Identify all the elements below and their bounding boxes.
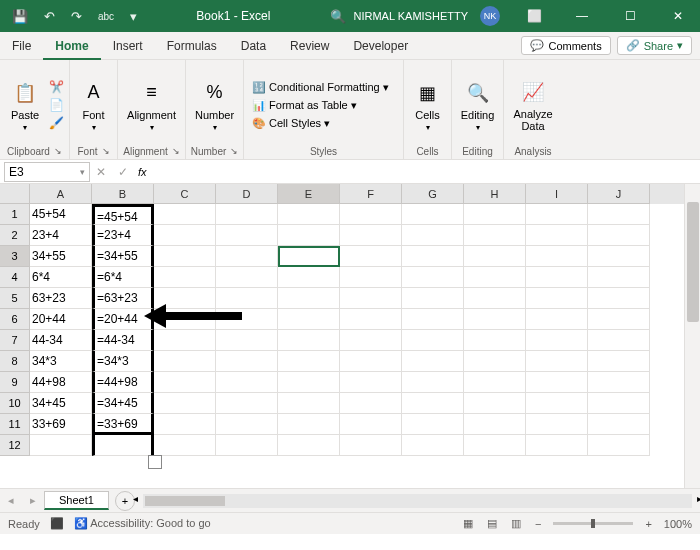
- cell[interactable]: [340, 414, 402, 435]
- cell-styles-button[interactable]: 🎨 Cell Styles ▾: [252, 117, 330, 130]
- cell[interactable]: 34+45: [30, 393, 92, 414]
- cell[interactable]: [216, 351, 278, 372]
- row-header[interactable]: 12: [0, 435, 30, 456]
- cell[interactable]: [526, 330, 588, 351]
- cell[interactable]: 33+69: [30, 414, 92, 435]
- cell[interactable]: [30, 435, 92, 456]
- cell[interactable]: [464, 288, 526, 309]
- col-header[interactable]: I: [526, 184, 588, 204]
- cell[interactable]: [588, 330, 650, 351]
- minimize-button[interactable]: —: [560, 0, 604, 32]
- macro-record-icon[interactable]: ⬛: [50, 517, 64, 530]
- conditional-formatting-button[interactable]: 🔢 Conditional Formatting ▾: [252, 81, 389, 94]
- cell[interactable]: [464, 267, 526, 288]
- number-button[interactable]: %Number▾: [189, 77, 240, 134]
- cell[interactable]: 63+23: [30, 288, 92, 309]
- cell[interactable]: [278, 393, 340, 414]
- cell[interactable]: [216, 225, 278, 246]
- cell[interactable]: =44+98: [92, 372, 154, 393]
- col-header[interactable]: B: [92, 184, 154, 204]
- cell[interactable]: [154, 246, 216, 267]
- cell[interactable]: [340, 372, 402, 393]
- cell[interactable]: [588, 351, 650, 372]
- cell[interactable]: [278, 435, 340, 456]
- cell[interactable]: [340, 393, 402, 414]
- cell[interactable]: [340, 330, 402, 351]
- format-as-table-button[interactable]: 📊 Format as Table ▾: [252, 99, 357, 112]
- share-button[interactable]: 🔗 Share ▾: [617, 36, 692, 55]
- row-header[interactable]: 6: [0, 309, 30, 330]
- row-header[interactable]: 11: [0, 414, 30, 435]
- add-sheet-button[interactable]: +: [115, 491, 135, 511]
- formula-input[interactable]: [151, 165, 700, 179]
- cell[interactable]: [526, 309, 588, 330]
- cancel-formula-icon[interactable]: ✕: [90, 165, 112, 179]
- zoom-slider[interactable]: [553, 522, 633, 525]
- cell[interactable]: [402, 330, 464, 351]
- tab-file[interactable]: File: [0, 32, 43, 60]
- name-box[interactable]: E3▾: [4, 162, 90, 182]
- col-header[interactable]: G: [402, 184, 464, 204]
- cell[interactable]: [588, 288, 650, 309]
- analyze-data-button[interactable]: 📈Analyze Data: [507, 76, 558, 134]
- cell[interactable]: =33+69: [92, 414, 154, 435]
- number-launcher[interactable]: ↘: [230, 146, 238, 157]
- vertical-scrollbar[interactable]: [684, 184, 700, 488]
- cell[interactable]: [526, 204, 588, 225]
- cell[interactable]: [464, 351, 526, 372]
- cell[interactable]: [464, 393, 526, 414]
- cell[interactable]: 6*4: [30, 267, 92, 288]
- cell[interactable]: [216, 204, 278, 225]
- enter-formula-icon[interactable]: ✓: [112, 165, 134, 179]
- cell[interactable]: =34+55: [92, 246, 154, 267]
- cell[interactable]: [154, 393, 216, 414]
- cell[interactable]: [526, 351, 588, 372]
- row-header[interactable]: 5: [0, 288, 30, 309]
- alignment-button[interactable]: ≡Alignment▾: [121, 77, 182, 134]
- cell[interactable]: [216, 414, 278, 435]
- normal-view-icon[interactable]: ▦: [461, 517, 475, 530]
- clipboard-launcher[interactable]: ↘: [54, 146, 62, 157]
- tab-home[interactable]: Home: [43, 32, 100, 60]
- cell[interactable]: [464, 372, 526, 393]
- undo-icon[interactable]: ↶: [40, 9, 59, 24]
- cell[interactable]: [464, 414, 526, 435]
- cell[interactable]: [216, 435, 278, 456]
- spreadsheet-grid[interactable]: A B C D E F G H I J 1 45+54 =45+54 2 23+…: [0, 184, 700, 488]
- cut-icon[interactable]: ✂️: [49, 80, 64, 94]
- maximize-button[interactable]: ☐: [608, 0, 652, 32]
- row-header[interactable]: 1: [0, 204, 30, 225]
- cell[interactable]: [464, 435, 526, 456]
- cell[interactable]: 20+44: [30, 309, 92, 330]
- cell[interactable]: [340, 267, 402, 288]
- row-header[interactable]: 8: [0, 351, 30, 372]
- cell[interactable]: [526, 393, 588, 414]
- qat-more-icon[interactable]: ▾: [126, 9, 141, 24]
- format-painter-icon[interactable]: 🖌️: [49, 116, 64, 130]
- cell[interactable]: [402, 372, 464, 393]
- cell[interactable]: [278, 225, 340, 246]
- cell[interactable]: [464, 204, 526, 225]
- col-header[interactable]: A: [30, 184, 92, 204]
- cell[interactable]: [340, 204, 402, 225]
- cell[interactable]: [464, 309, 526, 330]
- cell[interactable]: [402, 351, 464, 372]
- cell[interactable]: [526, 435, 588, 456]
- save-icon[interactable]: 💾: [8, 9, 32, 24]
- cell[interactable]: [588, 204, 650, 225]
- fill-handle-icon[interactable]: [148, 455, 162, 469]
- font-launcher[interactable]: ↘: [102, 146, 110, 157]
- col-header[interactable]: E: [278, 184, 340, 204]
- cell[interactable]: [154, 204, 216, 225]
- cell[interactable]: 23+4: [30, 225, 92, 246]
- sheet-nav-prev[interactable]: ◂: [0, 494, 22, 507]
- tab-insert[interactable]: Insert: [101, 32, 155, 60]
- cell[interactable]: [340, 351, 402, 372]
- editing-button[interactable]: 🔍Editing▾: [455, 77, 501, 134]
- ribbon-options-icon[interactable]: ⬜: [512, 0, 556, 32]
- cell[interactable]: [402, 225, 464, 246]
- cell[interactable]: [588, 435, 650, 456]
- cell[interactable]: [464, 225, 526, 246]
- cell[interactable]: [278, 288, 340, 309]
- redo-icon[interactable]: ↷: [67, 9, 86, 24]
